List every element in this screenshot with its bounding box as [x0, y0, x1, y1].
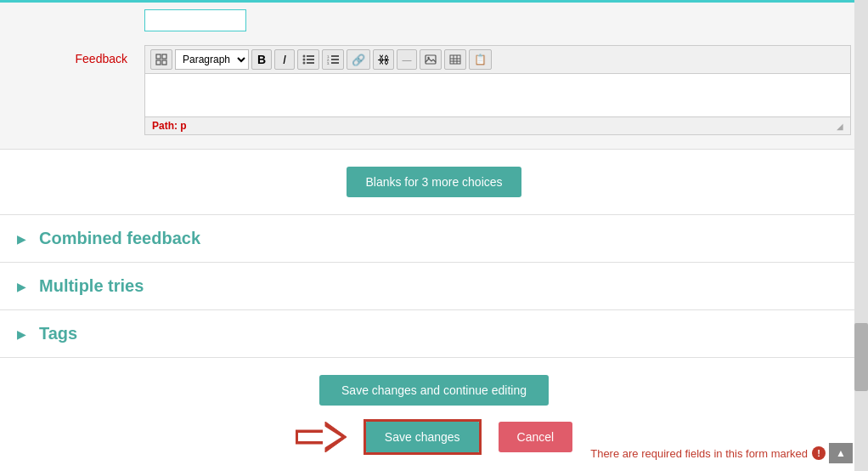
- scroll-top-icon: ▲: [836, 447, 846, 459]
- multiple-tries-arrow: ▶: [17, 280, 31, 293]
- unordered-list-btn[interactable]: [297, 49, 319, 70]
- blanks-button[interactable]: Blanks for 3 more choices: [347, 167, 521, 197]
- image-btn[interactable]: [420, 49, 442, 70]
- table-btn[interactable]: [444, 49, 466, 70]
- editor-body[interactable]: [145, 74, 850, 116]
- bold-btn[interactable]: B: [251, 49, 272, 70]
- svg-rect-15: [331, 62, 339, 64]
- path-text: Path: p: [152, 120, 187, 132]
- multiple-tries-title: Multiple tries: [39, 276, 144, 296]
- format-select[interactable]: Paragraph Heading 1 Heading 2: [175, 49, 249, 70]
- bottom-buttons: Save changes Cancel: [296, 419, 572, 455]
- svg-rect-13: [331, 59, 339, 60]
- tags-header[interactable]: ▶ Tags: [17, 324, 851, 343]
- toolbar-grid-btn[interactable]: [150, 49, 172, 70]
- top-input[interactable]: [144, 9, 246, 31]
- svg-point-8: [303, 62, 306, 65]
- scrollbar-track: [854, 0, 868, 471]
- required-text: There are required fields in this form m…: [590, 447, 808, 460]
- ordered-list-btn[interactable]: 1. 2. 3.: [322, 49, 344, 70]
- tags-section: ▶ Tags: [0, 310, 868, 358]
- resize-handle[interactable]: ◢: [837, 122, 843, 131]
- editor-footer: Path: p ◢: [145, 116, 850, 134]
- svg-rect-3: [162, 60, 166, 65]
- combined-feedback-header[interactable]: ▶ Combined feedback: [17, 229, 851, 248]
- feedback-section: Feedback Paragraph Heading 1: [0, 31, 868, 150]
- svg-rect-9: [307, 62, 314, 64]
- combined-feedback-arrow: ▶: [17, 232, 31, 246]
- scrollbar-thumb[interactable]: [854, 323, 868, 391]
- save-continue-button[interactable]: Save changes and continue editing: [319, 375, 549, 406]
- feedback-label: Feedback: [17, 45, 144, 65]
- svg-rect-5: [307, 55, 314, 57]
- combined-feedback-section: ▶ Combined feedback: [0, 215, 868, 263]
- svg-point-4: [303, 55, 306, 58]
- combined-feedback-title: Combined feedback: [39, 229, 200, 248]
- svg-text:3.: 3.: [327, 61, 330, 65]
- svg-rect-1: [162, 54, 166, 59]
- svg-rect-16: [426, 55, 436, 64]
- svg-rect-18: [450, 55, 460, 64]
- tags-title: Tags: [39, 324, 77, 343]
- svg-rect-11: [331, 55, 339, 57]
- svg-rect-2: [156, 60, 161, 65]
- required-icon: !: [812, 446, 826, 460]
- link-btn[interactable]: 🔗: [347, 49, 370, 70]
- svg-rect-0: [156, 54, 161, 59]
- cancel-button[interactable]: Cancel: [499, 422, 573, 452]
- copy-btn[interactable]: 📋: [469, 49, 492, 70]
- multiple-tries-section: ▶ Multiple tries: [0, 263, 868, 310]
- save-changes-button[interactable]: Save changes: [366, 422, 479, 452]
- blanks-section: Blanks for 3 more choices: [0, 150, 868, 215]
- italic-btn[interactable]: I: [274, 49, 295, 70]
- multiple-tries-header[interactable]: ▶ Multiple tries: [17, 276, 851, 296]
- save-changes-wrapper: Save changes: [364, 419, 482, 455]
- spacer-btn[interactable]: —: [397, 49, 417, 70]
- scroll-top-button[interactable]: ▲: [829, 443, 853, 463]
- arrow-icon: [296, 422, 347, 452]
- feedback-field-row: Feedback Paragraph Heading 1: [0, 40, 868, 140]
- unlink-btn[interactable]: ⛓: [373, 49, 394, 70]
- svg-rect-7: [307, 59, 314, 60]
- arrow-indicator: [296, 422, 347, 452]
- feedback-editor: Paragraph Heading 1 Heading 2 B I: [144, 45, 851, 135]
- svg-point-6: [303, 59, 306, 61]
- required-notice: There are required fields in this form m…: [590, 446, 826, 460]
- top-input-area: [0, 3, 868, 31]
- editor-toolbar: Paragraph Heading 1 Heading 2 B I: [145, 46, 850, 74]
- tags-arrow: ▶: [17, 327, 31, 341]
